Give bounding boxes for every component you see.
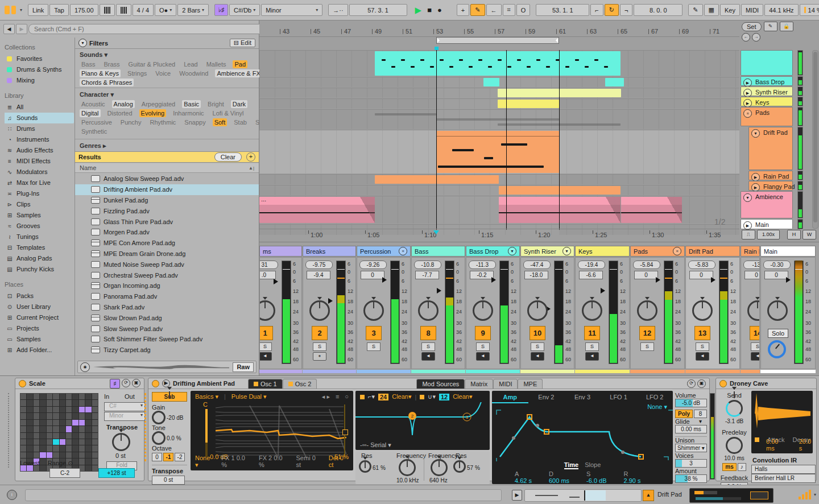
scale-grid-cell[interactable] <box>40 394 46 399</box>
sounds-tag-woodwind[interactable]: Woodwind <box>177 69 210 77</box>
logo-menu-caret[interactable]: ▾ <box>20 7 22 13</box>
reverb-send-knob[interactable] <box>726 400 743 417</box>
scale-grid-cell[interactable] <box>40 426 46 432</box>
track-lane-breaks[interactable] <box>259 50 739 76</box>
scale-grid-cell[interactable] <box>85 452 91 458</box>
scale-grid-cell[interactable] <box>47 439 52 445</box>
mixer-channel-keys[interactable]: Keys-19.4-6.611S◄6061218243036424860 <box>575 246 630 373</box>
filter2-mode-menu[interactable]: Clean▾ <box>453 393 472 400</box>
live-logo-icon[interactable] <box>5 6 16 14</box>
solo-button[interactable]: S <box>640 342 654 351</box>
scale-transpose-knob[interactable] <box>112 433 130 451</box>
ir-file-select[interactable]: Berliner Hall LR <box>751 474 816 483</box>
stop-button[interactable]: ■ <box>427 6 432 14</box>
scale-grid-cell[interactable] <box>66 394 72 399</box>
ir-attack-value[interactable]: 0.00 ms <box>766 438 784 452</box>
scale-grid-cell[interactable] <box>40 420 46 425</box>
scale-grid-cell[interactable] <box>85 465 91 471</box>
pan-knob[interactable] <box>418 300 439 321</box>
track-header-box[interactable]: ▶Keys <box>741 97 793 106</box>
scale-grid-cell[interactable] <box>34 394 39 399</box>
scale-grid-cell[interactable] <box>60 400 65 406</box>
character-tag-basic[interactable]: Basic <box>182 100 201 108</box>
sounds-tag-brass[interactable]: Brass <box>102 60 121 68</box>
peak-level-display[interactable]: -19.4 <box>578 261 605 269</box>
sounds-tag-lead[interactable]: Lead <box>182 60 199 68</box>
result-item[interactable]: MPE Dream Grain Drone.adg <box>75 249 259 259</box>
midi-map-button[interactable]: MIDI <box>741 4 763 16</box>
clip[interactable] <box>560 197 621 223</box>
search-input[interactable]: Search (Cmd + F) <box>28 24 266 34</box>
scale-range-value[interactable]: +128 st <box>98 468 135 478</box>
automation-arm-button[interactable]: ✎ <box>470 4 485 16</box>
scale-grid-cell[interactable] <box>72 420 78 425</box>
envelope-display[interactable]: AmpEnv 2Env 3LFO 1LFO 2 None ▾ Time Slop… <box>492 391 673 484</box>
scale-root-select[interactable]: C#▾ <box>104 402 145 411</box>
character-tag-percussive[interactable]: Percussive <box>80 118 114 126</box>
scale-grid-cell[interactable] <box>47 452 52 458</box>
loop-set-button[interactable]: Set <box>742 22 762 31</box>
tab-osc-1[interactable]: Osc 1 <box>248 379 283 389</box>
filters-collapse-icon[interactable]: ▼ <box>78 39 87 47</box>
track-number-button[interactable]: 12 <box>639 326 655 340</box>
clip[interactable] <box>560 89 621 97</box>
scale-grid-cell[interactable] <box>72 407 78 412</box>
play-icon[interactable]: ▶ <box>743 79 752 87</box>
sidebar-item-drums[interactable]: ∷Drums <box>5 123 74 134</box>
sidebar-item-favorites[interactable]: Favorites <box>5 53 74 64</box>
link-button[interactable]: Link <box>28 4 48 16</box>
scale-device-title[interactable]: Scale <box>29 380 46 387</box>
volume-field[interactable]: 0 <box>764 271 788 279</box>
osc-fx1-value[interactable]: FX 1 0.0 % <box>221 455 252 469</box>
scale-grid-cell[interactable] <box>40 400 46 406</box>
scale-grid-cell[interactable] <box>92 394 98 399</box>
track-header-bass-drop[interactable]: ▶Bass Drop <box>741 76 811 86</box>
track-lane-bass-drop[interactable] <box>259 77 739 87</box>
octave-button--2[interactable]: -2 <box>175 453 185 461</box>
clip[interactable] <box>499 197 559 223</box>
monitor-speaker-button[interactable]: ◄ <box>751 352 760 361</box>
clip[interactable] <box>560 186 621 195</box>
sounds-tag-pad[interactable]: Pad <box>233 60 247 68</box>
result-item[interactable]: Organ Incoming.adg <box>75 280 259 291</box>
character-tag-dark[interactable]: Dark <box>231 100 247 108</box>
key-note-menu[interactable]: C#/Db▾ <box>229 4 260 16</box>
scale-grid-cell[interactable] <box>66 400 72 406</box>
height-button[interactable]: H <box>787 230 801 239</box>
track-lane-pads[interactable] <box>259 109 739 129</box>
drift-voice-count-menu[interactable]: 8 ▾ <box>694 410 707 418</box>
browser-forward-button[interactable]: ▶ <box>16 24 27 34</box>
scale-grid-cell[interactable] <box>66 439 72 445</box>
scale-grid-cell[interactable] <box>92 458 98 464</box>
track-header-box[interactable]: ▶Bass Drop <box>741 76 793 86</box>
result-item[interactable]: Slow Sweep Pad.adv <box>75 323 259 334</box>
filter1-res-knob[interactable] <box>359 460 371 473</box>
solo-button[interactable]: S <box>367 342 380 351</box>
env-tab-env-3[interactable]: Env 3 <box>564 392 601 403</box>
play-icon[interactable]: ▶ <box>751 173 760 181</box>
scale-grid-cell[interactable] <box>79 445 85 451</box>
fold-icon[interactable]: ▼ <box>508 247 516 255</box>
character-tag-distorted[interactable]: Distorted <box>106 109 134 117</box>
env-tab-lfo-2[interactable]: LFO 2 <box>636 392 673 403</box>
scale-grid-cell[interactable] <box>53 413 59 419</box>
capture-midi-button[interactable]: ⌗ <box>503 4 515 16</box>
scale-grid-cell[interactable] <box>40 433 46 439</box>
ir-category-select[interactable]: Halls <box>751 465 816 474</box>
re-enable-automation-button[interactable]: ← <box>486 4 502 16</box>
group-icon[interactable]: ≡ <box>673 247 681 255</box>
mixer-channel-header[interactable]: Percussion≡ <box>357 246 411 257</box>
session-record-button[interactable]: O <box>516 4 531 16</box>
scale-grid-cell[interactable] <box>92 400 98 406</box>
scale-grid-cell[interactable] <box>53 420 59 425</box>
result-item[interactable]: Morgen Pad.adv <box>75 227 259 238</box>
oscillator-display[interactable]: Basics ▾ | Pulse Dual ▾ ◂ ▸ ≡ ○ C 0.0 dB… <box>191 391 353 470</box>
sounds-tag-piano-keys[interactable]: Piano & Keys <box>80 69 121 77</box>
osc-shape-slider[interactable] <box>344 404 345 457</box>
solo-button[interactable]: S <box>531 342 544 351</box>
env-tab-amp[interactable]: Amp <box>492 392 528 403</box>
scale-grid-cell[interactable] <box>60 407 65 412</box>
scale-grid-cell[interactable] <box>72 439 78 445</box>
quantize-menu[interactable]: 2 Bars▾ <box>177 4 209 16</box>
monitor-speaker-button[interactable]: ◄ <box>259 352 272 361</box>
